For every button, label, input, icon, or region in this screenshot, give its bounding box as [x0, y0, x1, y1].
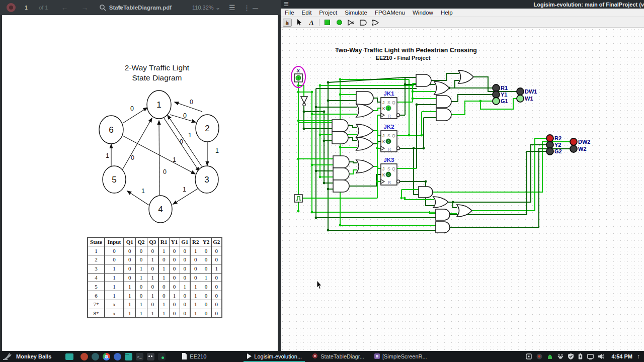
tray-expand-icon[interactable]: ↑ — [637, 353, 640, 360]
led-r1[interactable] — [493, 84, 500, 92]
and-gate-tool[interactable] — [359, 19, 368, 27]
and-gate[interactable] — [419, 187, 433, 198]
or-gate[interactable] — [356, 137, 373, 150]
or-gate[interactable] — [458, 70, 473, 83]
tray-speaker-icon[interactable] — [598, 353, 605, 359]
input-pin-tool[interactable] — [323, 19, 332, 27]
and-gate[interactable] — [436, 209, 450, 220]
or-gate[interactable] — [356, 160, 373, 173]
pdf-zoom-level[interactable]: 110.32% — [192, 5, 214, 11]
launcher-folder-icon[interactable] — [125, 353, 132, 360]
taskbar-window--simplescreenr-[interactable]: [SimpleScreenR... — [369, 351, 432, 362]
tray-battery-icon[interactable] — [578, 353, 583, 359]
clock-component[interactable] — [294, 195, 302, 202]
and-gate[interactable] — [436, 222, 450, 233]
annotate-pencil-icon[interactable]: ✎ — [117, 4, 123, 12]
wire[interactable] — [405, 198, 434, 200]
pdf-scroll-area[interactable]: 2-Way Traffic LightState Diagram00010110… — [0, 15, 281, 351]
launcher-chrome-icon[interactable] — [103, 353, 110, 360]
menu-help[interactable]: Help — [441, 10, 453, 16]
tray-recorder-icon[interactable] — [536, 353, 542, 359]
launcher-sphere-icon[interactable] — [92, 353, 99, 360]
back-arrow-icon[interactable]: ← — [61, 4, 68, 12]
sidebar-toggle-icon[interactable] — [7, 3, 16, 12]
menu-window[interactable]: Window — [413, 10, 433, 16]
launcher-blue-app-icon[interactable] — [114, 353, 121, 360]
menu-fpgamenu[interactable]: FPGAMenu — [375, 10, 405, 16]
or-gate[interactable] — [356, 124, 373, 137]
taskbar-window-logisim-evolution-[interactable]: Logisim-evolution... — [242, 351, 307, 362]
wire[interactable] — [451, 95, 493, 102]
taskbar-clock[interactable]: 4:54 PM — [611, 353, 632, 359]
led-dw2[interactable] — [570, 138, 577, 145]
hamburger-menu-icon[interactable]: ☰ — [229, 4, 235, 12]
and-gate[interactable] — [436, 96, 451, 108]
wire[interactable] — [373, 108, 381, 111]
tray-paw-icon[interactable] — [557, 353, 564, 359]
tray-display-icon[interactable] — [587, 354, 594, 359]
wire[interactable] — [472, 138, 546, 211]
wire[interactable] — [450, 149, 570, 227]
and-gate[interactable] — [333, 180, 349, 192]
launcher-flame-icon[interactable] — [80, 353, 88, 360]
distro-logo-icon[interactable] — [3, 352, 13, 360]
led-dw1[interactable] — [517, 88, 524, 95]
logisim-canvas[interactable]: JK1JSQK1RJK2JSQK0RJK3JSQK0Rx1R1Y1G1DW1W1… — [281, 28, 644, 351]
wire[interactable] — [448, 145, 546, 202]
tray-shield-icon[interactable] — [568, 353, 574, 359]
taskbar-window-ee210[interactable]: EE210 — [177, 351, 211, 362]
and-gate[interactable] — [333, 168, 349, 180]
or-gate[interactable] — [433, 197, 448, 208]
menu-file[interactable]: File — [285, 10, 294, 16]
wire[interactable] — [450, 151, 546, 215]
not-gate-tool[interactable] — [347, 19, 356, 27]
and-gate[interactable] — [356, 92, 373, 105]
and-gate[interactable] — [416, 74, 431, 86]
led-w2[interactable] — [570, 145, 577, 152]
zoom-caret-icon[interactable]: ⌄ — [215, 4, 220, 11]
edit-tool[interactable] — [295, 19, 304, 27]
or-gate[interactable] — [356, 104, 373, 117]
poke-tool[interactable]: ☛ — [283, 19, 292, 27]
menu-project[interactable]: Project — [319, 10, 337, 16]
pdf-page-number[interactable]: 1 — [25, 5, 28, 11]
and-gate[interactable] — [436, 109, 451, 121]
kebab-menu-icon[interactable]: ⋮ — [244, 4, 250, 12]
led-r2[interactable] — [546, 135, 553, 142]
wire[interactable] — [349, 162, 357, 163]
wire[interactable] — [348, 126, 357, 127]
wire[interactable] — [348, 138, 357, 140]
launcher-discord-icon[interactable] — [147, 353, 154, 360]
text-tool[interactable]: A — [307, 19, 316, 27]
titlebar-hamburger-icon[interactable]: ☰ — [284, 1, 289, 8]
led-g1[interactable] — [493, 98, 500, 105]
not-gate[interactable] — [301, 97, 307, 103]
workspace-pager[interactable] — [65, 353, 73, 360]
led-y2[interactable] — [546, 141, 553, 148]
wire[interactable] — [431, 73, 459, 80]
or-gate[interactable] — [434, 81, 449, 95]
launcher-green-dot-app-icon[interactable] — [158, 353, 166, 360]
wire[interactable] — [451, 101, 493, 115]
and-gate[interactable] — [332, 120, 348, 132]
wire[interactable] — [377, 115, 381, 198]
forward-arrow-icon[interactable]: → — [81, 4, 88, 12]
tray-window-icon[interactable] — [526, 353, 532, 359]
wire[interactable] — [373, 98, 381, 102]
wire[interactable] — [349, 174, 381, 186]
launcher-terminal-icon[interactable]: >_ — [136, 353, 143, 360]
menu-edit[interactable]: Edit — [302, 10, 312, 16]
and-gate[interactable] — [332, 132, 348, 144]
and-gate[interactable] — [333, 156, 349, 168]
led-y1[interactable] — [493, 91, 500, 98]
or-gate-tool[interactable] — [371, 19, 380, 27]
search-icon[interactable] — [99, 4, 106, 11]
taskbar-window-statetablediagr-[interactable]: StateTableDiagr... — [307, 351, 369, 362]
output-pin-tool[interactable] — [335, 19, 344, 27]
menu-simulate[interactable]: Simulate — [345, 10, 367, 16]
wire[interactable] — [449, 80, 459, 88]
minimize-icon[interactable]: — — [253, 5, 258, 11]
tray-mascot-icon[interactable] — [547, 353, 553, 359]
led-w1[interactable] — [517, 95, 524, 102]
taskbar-brand[interactable]: Monkey Balls — [16, 353, 51, 359]
